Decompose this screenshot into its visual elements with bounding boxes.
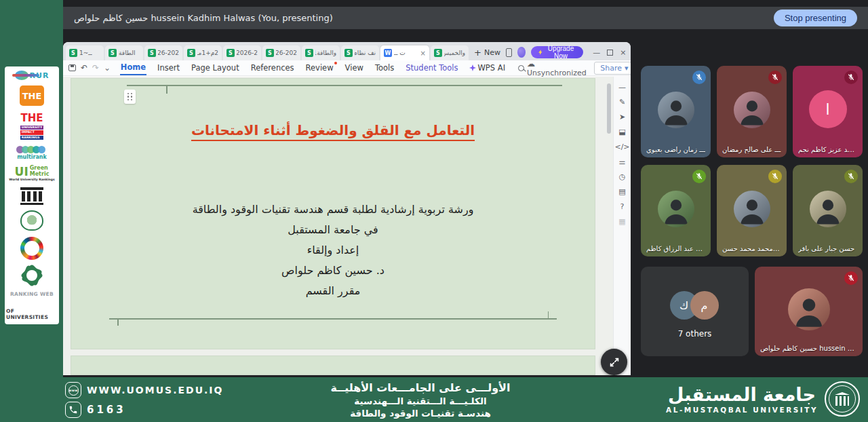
- ui-greenmetric-logo: UI Green Metric World University Ranking…: [9, 166, 54, 181]
- participant-name: حسن جبار علي باقر: [798, 245, 857, 252]
- overflow-participants-tile[interactable]: ك م 7 others: [641, 267, 749, 356]
- participant-grid: ـــ زمان راضي بعيوي ـــ علي صالح رمضان ا…: [635, 61, 868, 373]
- share-button[interactable]: Share ▾: [594, 62, 631, 75]
- help-icon[interactable]: ?: [620, 203, 625, 210]
- settings-sliders-icon[interactable]: ⚌: [619, 158, 626, 166]
- sheet-tab[interactable]: S 2026-202: [262, 45, 300, 60]
- wps-side-toolbar: — ✎ ➤ ⬓ </> ⚌ ◷ ▤ ? ▦: [613, 77, 631, 375]
- tab-student-tools[interactable]: Student Tools: [405, 61, 458, 75]
- sheet-tab[interactable]: S والخميس: [431, 45, 469, 60]
- presenter-name: حسين كاظم حلواص hussein Kadhim Halwas (Y…: [74, 13, 333, 23]
- spreadsheet-icon: S: [108, 49, 117, 57]
- university-brand: جامعة المستقبل AL-MUSTAQBAL UNIVERSITY: [666, 381, 860, 417]
- tab-view[interactable]: View: [344, 61, 364, 75]
- participant-name: حسين كاظم حلواص hussein Ka...: [760, 345, 857, 352]
- sheet-tab[interactable]: S الطاقة: [105, 45, 143, 60]
- more-chevron-icon[interactable]: ⌄: [104, 63, 111, 73]
- sdg-ring-icon: [20, 237, 43, 260]
- overflow-avatars: ك م: [666, 291, 724, 321]
- participant-tile[interactable]: ـــ علي صالح رمضان: [717, 66, 787, 157]
- new-tab-button[interactable]: + New: [474, 47, 500, 58]
- code-icon[interactable]: </>: [614, 143, 629, 151]
- tab-references[interactable]: References: [250, 61, 295, 75]
- wps-ai-button[interactable]: WPS AI: [469, 63, 506, 73]
- wreath-icon: [20, 210, 43, 231]
- account-avatar[interactable]: [517, 47, 526, 58]
- tab-review[interactable]: Review: [305, 61, 334, 75]
- doc-line: د. حسين كاظم حلواص: [92, 261, 574, 281]
- spreadsheet-icon: S: [69, 49, 77, 57]
- document-tab-active[interactable]: W ت ــ ×: [380, 45, 429, 60]
- brand-left-band: RUR THE THE UNIVERSITY IMPACT RANKINGS m…: [0, 0, 63, 422]
- grid-apps-icon[interactable]: ▦: [618, 218, 625, 225]
- minimize-icon[interactable]: —: [593, 48, 600, 57]
- sheet-tab[interactable]: S 1,2026-2: [223, 45, 261, 60]
- dropdown-icon: ▾: [625, 64, 629, 73]
- cloud-icon: ☁: [527, 59, 535, 69]
- spreadsheet-icon: S: [226, 49, 235, 57]
- document-page[interactable]: التعامل مع القلق والضغوط أثناء الامتحانا…: [71, 79, 595, 349]
- the-label: THE: [20, 85, 44, 106]
- tab-home[interactable]: Home: [120, 60, 146, 75]
- participant-tile[interactable]: ماجد عبد الرزاق كاظم: [641, 165, 711, 256]
- maximize-icon[interactable]: [607, 50, 613, 56]
- upgrade-now-button[interactable]: Upgrade Now: [531, 46, 583, 58]
- tab-insert[interactable]: Insert: [157, 61, 180, 75]
- participant-avatar: [734, 92, 770, 128]
- participant-name: ـــ زمان راضي بعيوي: [646, 146, 705, 153]
- participant-tile-self[interactable]: حسين كاظم حلواص hussein Ka...: [755, 267, 863, 356]
- close-window-icon[interactable]: ×: [620, 48, 626, 57]
- drag-handle-icon[interactable]: [124, 90, 136, 104]
- page-copy-icon[interactable]: [506, 48, 512, 57]
- edit-pen-icon[interactable]: ✎: [619, 98, 625, 106]
- select-cursor-icon[interactable]: ➤: [619, 113, 625, 121]
- mic-off-icon: [844, 271, 858, 285]
- history-clock-icon[interactable]: ◷: [619, 173, 626, 180]
- sheet-tab[interactable]: S 2م+1مـ: [184, 45, 222, 60]
- participant-tile[interactable]: ـــي محمد محمد حسن: [717, 165, 787, 256]
- sheet-tab[interactable]: S ــ~1: [66, 45, 104, 60]
- mic-off-icon: [844, 170, 858, 183]
- tab-page-layout[interactable]: Page Layout: [191, 61, 240, 75]
- tab-tools[interactable]: Tools: [374, 61, 395, 75]
- participant-name: ـــ علي صالح رمضان: [722, 146, 781, 153]
- document-title: التعامل مع القلق والضغوط أثناء الامتحانا…: [71, 122, 595, 138]
- lock-icon[interactable]: ⬓: [618, 128, 625, 136]
- sheet-tab[interactable]: S نف نظام: [341, 45, 379, 60]
- table-border-line: [127, 85, 562, 86]
- phone-number: 6163: [87, 404, 126, 416]
- participant-avatar: [658, 92, 694, 128]
- participant-tile[interactable]: ا احمد عزيز كاظم نجم: [793, 66, 863, 157]
- close-tab-icon[interactable]: ×: [420, 50, 426, 57]
- sheet-tab[interactable]: S والطاقة1: [302, 45, 340, 60]
- expand-presentation-button[interactable]: [601, 349, 627, 375]
- search-icon[interactable]: [518, 65, 524, 71]
- vertical-scrollbar[interactable]: [607, 83, 611, 134]
- stop-presenting-button[interactable]: Stop presenting: [774, 9, 857, 26]
- spreadsheet-icon: S: [305, 49, 313, 57]
- next-page-preview: [71, 356, 595, 375]
- webometrics-logo: RANKING WEB OF UNIVERSITIES: [6, 292, 58, 320]
- spreadsheet-icon: S: [148, 49, 156, 57]
- redo-icon[interactable]: ↷: [92, 63, 99, 73]
- mic-off-icon: [844, 71, 858, 84]
- participant-name: احمد عزيز كاظم نجم: [798, 146, 857, 153]
- panels-icon[interactable]: ▤: [618, 188, 625, 195]
- federation-arab-engineers-logo: [20, 265, 43, 286]
- website-globe-icon: www: [65, 382, 81, 398]
- wps-tab-bar: S ــ~1 S الطاقة S 2026-202 S 2م+1مـ S 1,…: [63, 42, 631, 60]
- website-url: WWW.UOMUS.EDU.IQ: [87, 385, 223, 396]
- spreadsheet-icon: S: [187, 49, 195, 57]
- participant-tile[interactable]: حسن جبار علي باقر: [793, 165, 863, 256]
- sheet-tab[interactable]: S 2026-202: [144, 45, 182, 60]
- participant-avatar: [810, 191, 846, 227]
- collapse-icon[interactable]: —: [618, 83, 626, 91]
- undo-icon[interactable]: ↶: [81, 63, 87, 73]
- university-footer: www WWW.UOMUS.EDU.IQ 6163 الأولـــى على …: [0, 377, 868, 422]
- participant-tile[interactable]: ـــ زمان راضي بعيوي: [641, 66, 711, 157]
- doc-line: ورشة تربوية إرشادية لطلبة قسم هندسة تقني…: [92, 199, 574, 220]
- participant-avatar: [734, 191, 770, 227]
- university-building-logo: [20, 187, 43, 205]
- save-icon[interactable]: [68, 64, 76, 71]
- presenter-bar: حسين كاظم حلواص hussein Kadhim Halwas (Y…: [63, 7, 868, 29]
